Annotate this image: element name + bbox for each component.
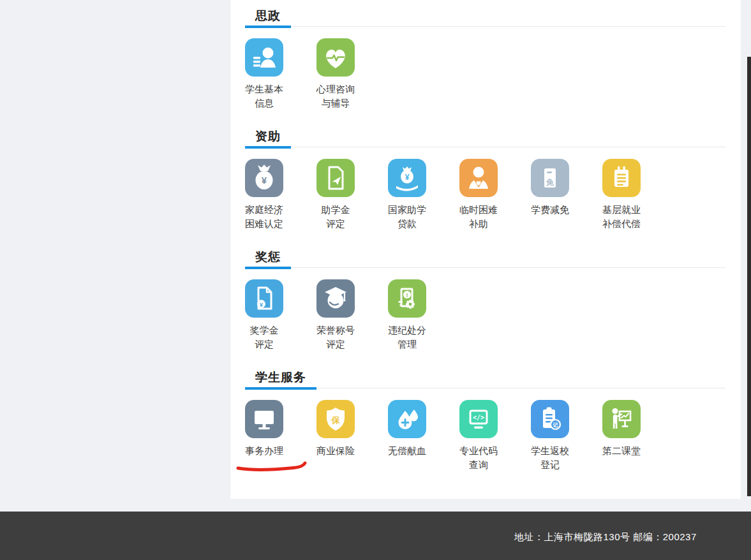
service-item-core[interactable]: 第二课堂 bbox=[602, 400, 641, 458]
document-gear-icon[interactable]: ! bbox=[388, 279, 426, 318]
section-header: 资助 bbox=[245, 121, 725, 147]
service-item-core[interactable]: 无偿献血 bbox=[388, 400, 426, 458]
service-item-core[interactable]: 基层就业补偿代偿 bbox=[602, 159, 641, 231]
section-header: 思政 bbox=[245, 0, 725, 27]
service-item[interactable]: 无偿献血 bbox=[388, 400, 459, 472]
service-item[interactable]: ! 违纪处分管理 bbox=[388, 279, 459, 351]
waiver-card-icon[interactable]: 免 bbox=[531, 159, 569, 197]
service-item-label-line: 贷款 bbox=[388, 217, 426, 231]
service-item-core[interactable]: ¥ 国家助学贷款 bbox=[388, 159, 426, 231]
section-header: 奖惩 bbox=[245, 241, 725, 268]
notepad-icon[interactable] bbox=[602, 159, 641, 197]
service-item[interactable]: </> 专业代码查询 bbox=[459, 400, 531, 472]
document-plane-icon[interactable] bbox=[316, 159, 355, 197]
service-item-label: 第二课堂 bbox=[602, 444, 641, 458]
code-monitor-icon[interactable]: </> bbox=[459, 400, 498, 438]
service-item-label-line: 临时困难 bbox=[459, 203, 498, 217]
svg-text:</>: </> bbox=[473, 414, 484, 421]
service-item-label: 事务办理 bbox=[245, 444, 283, 458]
service-item-label: 荣誉称号评定 bbox=[316, 323, 355, 351]
service-section: 奖惩 ¥ 奖学金评定 荣誉称号评定 ! 违纪处分管理 bbox=[245, 241, 725, 351]
svg-text:¥: ¥ bbox=[262, 175, 267, 186]
service-item-label-line: 学生基本 bbox=[245, 82, 283, 96]
service-item-core[interactable]: 心理咨询与辅导 bbox=[316, 38, 355, 110]
service-item[interactable]: ¥ 家庭经济困难认定 bbox=[245, 159, 316, 231]
service-item[interactable]: 助学金评定 bbox=[316, 159, 388, 231]
service-item-label-line: 违纪处分 bbox=[388, 323, 426, 337]
service-item-core[interactable]: </> 专业代码查询 bbox=[459, 400, 498, 472]
service-item-core[interactable]: 记 学生返校登记 bbox=[531, 400, 569, 472]
service-item-label: 国家助学贷款 bbox=[388, 203, 426, 231]
service-item[interactable]: 基层就业补偿代偿 bbox=[602, 159, 674, 231]
section-title: 思政 bbox=[245, 6, 291, 28]
service-item[interactable]: 荣誉称号评定 bbox=[316, 279, 388, 351]
service-sections: 思政 学生基本信息 心理咨询与辅导 资助 ¥ 家庭经济困难认定 助学金评定 bbox=[245, 0, 725, 472]
service-item-label-line: 国家助学 bbox=[388, 203, 426, 217]
service-item-label-line: 评定 bbox=[322, 217, 350, 231]
blood-drops-icon[interactable] bbox=[388, 400, 426, 438]
person-heart-icon[interactable] bbox=[459, 159, 498, 197]
svg-text:¥: ¥ bbox=[260, 301, 264, 308]
service-item[interactable]: 记 学生返校登记 bbox=[531, 400, 602, 472]
graduate-icon[interactable] bbox=[316, 279, 355, 318]
section-items: ¥ 奖学金评定 荣誉称号评定 ! 违纪处分管理 bbox=[245, 279, 725, 351]
section-items: ¥ 家庭经济困难认定 助学金评定 ¥ 国家助学贷款 临时困难补助 免 学费减免 … bbox=[245, 159, 725, 231]
service-item-label-line: 商业保险 bbox=[316, 444, 355, 458]
service-item-label-line: 心理咨询 bbox=[316, 82, 355, 96]
monitor-icon[interactable] bbox=[245, 400, 283, 438]
service-item-label-line: 无偿献血 bbox=[388, 444, 426, 458]
service-item-label-line: 查询 bbox=[459, 458, 498, 472]
service-item-label: 基层就业补偿代偿 bbox=[602, 203, 641, 231]
service-item-core[interactable]: 荣誉称号评定 bbox=[316, 279, 355, 351]
service-item-core[interactable]: 保 商业保险 bbox=[316, 400, 355, 458]
service-item-label-line: 管理 bbox=[388, 337, 426, 351]
service-item-core[interactable]: 临时困难补助 bbox=[459, 159, 498, 231]
document-yen-icon[interactable]: ¥ bbox=[245, 279, 283, 318]
section-title: 奖惩 bbox=[245, 247, 291, 269]
service-item-label-line: 学费减免 bbox=[531, 203, 569, 217]
main-content-panel: 思政 学生基本信息 心理咨询与辅导 资助 ¥ 家庭经济困难认定 助学金评定 bbox=[230, 0, 741, 499]
presenter-icon[interactable] bbox=[602, 400, 641, 438]
service-item[interactable]: 临时困难补助 bbox=[459, 159, 531, 231]
service-item[interactable]: 心理咨询与辅导 bbox=[316, 38, 388, 110]
shield-icon[interactable]: 保 bbox=[316, 400, 355, 438]
section-header: 学生服务 bbox=[245, 362, 725, 388]
service-item-core[interactable]: ¥ 家庭经济困难认定 bbox=[245, 159, 283, 231]
service-item[interactable]: 免 学费减免 bbox=[531, 159, 602, 231]
heart-pulse-icon[interactable] bbox=[316, 38, 355, 77]
service-item[interactable]: ¥ 奖学金评定 bbox=[245, 279, 316, 351]
section-items: 事务办理 保 商业保险 无偿献血 </> 专业代码查询 记 学生返校登记 第二课… bbox=[245, 400, 725, 472]
service-item[interactable]: 事务办理 bbox=[245, 400, 316, 472]
service-item-label-line: 评定 bbox=[250, 337, 279, 351]
service-item[interactable]: ¥ 国家助学贷款 bbox=[388, 159, 459, 231]
section-title: 资助 bbox=[245, 127, 291, 149]
service-item-label: 无偿献血 bbox=[388, 444, 426, 458]
service-section: 思政 学生基本信息 心理咨询与辅导 bbox=[245, 0, 725, 110]
money-bag-hand-icon[interactable]: ¥ bbox=[388, 159, 426, 197]
service-item-core[interactable]: 学生基本信息 bbox=[245, 38, 283, 110]
svg-text:!: ! bbox=[406, 292, 408, 298]
scrollbar-thumb[interactable] bbox=[747, 57, 751, 496]
svg-text:免: 免 bbox=[546, 178, 554, 187]
service-item-label-line: 荣誉称号 bbox=[316, 323, 355, 337]
service-item-label: 奖学金评定 bbox=[250, 323, 279, 351]
service-item-core[interactable]: ! 违纪处分管理 bbox=[388, 279, 426, 351]
service-item[interactable]: 学生基本信息 bbox=[245, 38, 316, 110]
service-item[interactable]: 第二课堂 bbox=[602, 400, 674, 472]
service-item-label-line: 专业代码 bbox=[459, 444, 498, 458]
service-item-core[interactable]: 助学金评定 bbox=[316, 159, 355, 231]
service-item-core[interactable]: ¥ 奖学金评定 bbox=[245, 279, 283, 351]
clipboard-icon[interactable]: 记 bbox=[531, 400, 569, 438]
service-item-core[interactable]: 事务办理 bbox=[245, 400, 283, 458]
service-item-label: 学生基本信息 bbox=[245, 82, 283, 110]
service-item-label-line: 困难认定 bbox=[245, 217, 283, 231]
service-item-core[interactable]: 免 学费减免 bbox=[531, 159, 569, 217]
section-items: 学生基本信息 心理咨询与辅导 bbox=[245, 38, 725, 110]
service-item-label-line: 基层就业 bbox=[602, 203, 641, 217]
money-bag-icon[interactable]: ¥ bbox=[245, 159, 283, 197]
person-info-icon[interactable] bbox=[245, 38, 283, 77]
service-item-label-line: 奖学金 bbox=[250, 323, 279, 337]
service-item-label: 临时困难补助 bbox=[459, 203, 498, 231]
scrollbar-track[interactable] bbox=[741, 0, 751, 560]
service-item[interactable]: 保 商业保险 bbox=[316, 400, 388, 472]
